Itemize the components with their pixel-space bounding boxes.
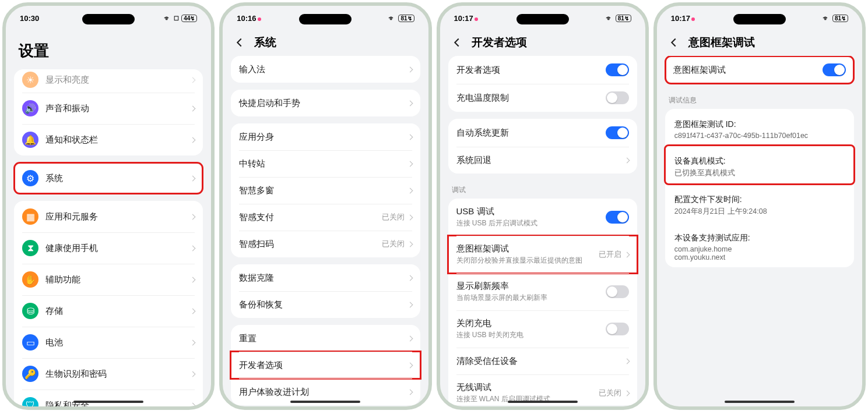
toggle[interactable]: [606, 211, 629, 224]
row-smart-scan[interactable]: 智感扫码已关闭: [231, 231, 420, 257]
row-sound[interactable]: 🔊 声音和振动: [14, 93, 203, 124]
chevron-right-icon: [407, 66, 413, 72]
toggle[interactable]: [823, 63, 846, 76]
chevron-right-icon: [190, 77, 196, 83]
system-list: 输入法 快捷启动和手势 应用分身 中转站 智慧多窗 智感支付已关闭 智感扫码已关…: [223, 56, 428, 410]
back-button[interactable]: [233, 36, 246, 49]
chevron-right-icon: [624, 252, 630, 257]
info-device-mode: 设备真机模式: 已切换至真机模式: [665, 146, 854, 184]
page-title: 设置: [6, 24, 211, 69]
battery-pct: 81↯: [616, 15, 631, 22]
row-intent-debug[interactable]: 意图框架调试 关闭部分校验并直接显示最近提供的意图 已开启: [448, 236, 637, 273]
group-smart: 应用分身 中转站 智慧多窗 智感支付已关闭 智感扫码已关闭: [231, 123, 420, 257]
recording-dot-icon: [691, 17, 695, 21]
row-backup[interactable]: 备份和恢复: [231, 291, 420, 318]
chevron-right-icon: [190, 245, 196, 251]
info-config-time: 配置文件下发时间: 2024年8月21日 上午9:24:08: [665, 184, 854, 222]
group-update: 自动系统更新 系统回退: [448, 119, 637, 174]
toggle[interactable]: [606, 323, 629, 335]
gesture-bar: [73, 401, 143, 403]
chevron-right-icon: [190, 339, 196, 345]
recording-dot-icon: [258, 17, 261, 21]
battery-icon: ▭: [22, 334, 38, 351]
gesture-bar: [508, 401, 578, 403]
sun-icon: ☀: [22, 72, 38, 88]
status-right: ᯤ 81↯: [388, 14, 414, 23]
statusbar: 10:16 ᯤ 81↯: [223, 6, 428, 24]
battery-icon: ☐: [174, 15, 179, 22]
status-time: 10:16: [237, 14, 261, 23]
gesture-bar: [290, 401, 360, 403]
phone-settings: 10:30 ᯤ ☐ 44↯ 设置 ☀ 显示和亮度 🔊 声音和振动 🔔 通知和状态…: [2, 2, 215, 410]
chevron-right-icon: [624, 358, 630, 364]
intent-toggle-card: 意图框架调试: [665, 56, 854, 84]
info-supported-apps-value: com.anjuke.home com.youku.next: [674, 245, 845, 261]
row-intent-debug-toggle[interactable]: 意图框架调试: [665, 56, 854, 84]
row-disable-charge[interactable]: 关闭充电 连接 USB 时关闭充电: [448, 310, 637, 348]
row-privacy[interactable]: 🛡 隐私和安全: [14, 390, 203, 410]
section-debug: 调试: [448, 181, 637, 199]
chevron-right-icon: [624, 390, 630, 396]
row-clear-trusted[interactable]: 清除受信任设备: [448, 348, 637, 374]
speaker-icon: 🔊: [22, 100, 38, 116]
row-smart-pay[interactable]: 智感支付已关闭: [231, 204, 420, 231]
row-biometrics[interactable]: 🔑 生物识别和密码: [14, 358, 203, 390]
row-system-card: ⚙ 系统: [14, 162, 203, 194]
statusbar: 10:30 ᯤ ☐ 44↯: [6, 6, 211, 24]
back-button[interactable]: [667, 36, 680, 49]
row-refresh-rate[interactable]: 显示刷新频率 当前场景显示屏的最大刷新率: [448, 273, 637, 310]
recording-dot-icon: [475, 17, 478, 21]
row-reset[interactable]: 重置: [231, 325, 420, 352]
row-auto-update[interactable]: 自动系统更新: [448, 119, 637, 147]
chevron-right-icon: [407, 100, 413, 106]
row-app-twin[interactable]: 应用分身: [231, 123, 420, 150]
settings-list: ☀ 显示和亮度 🔊 声音和振动 🔔 通知和状态栏 ⚙ 系统: [6, 69, 211, 410]
row-display-brightness[interactable]: ☀ 显示和亮度: [14, 69, 203, 93]
key-icon: 🔑: [22, 366, 38, 382]
row-developer-options[interactable]: 开发者选项: [231, 352, 420, 378]
row-clone[interactable]: 数据克隆: [231, 264, 420, 291]
chevron-right-icon: [407, 335, 413, 341]
toggle[interactable]: [606, 285, 629, 298]
phone-intent-debug: 10:17 ᯤ 81↯ 意图框架调试 意图框架调试 调试信息 意图框架测试 ID…: [653, 2, 866, 410]
row-multiwindow[interactable]: 智慧多窗: [231, 177, 420, 204]
nav-header: 系统: [223, 24, 428, 56]
row-digital-health[interactable]: ⧗ 健康使用手机: [14, 232, 203, 264]
row-rollback[interactable]: 系统回退: [448, 147, 637, 174]
row-transit[interactable]: 中转站: [231, 150, 420, 177]
gesture-bar: [725, 401, 795, 403]
back-button[interactable]: [451, 36, 463, 49]
chevron-right-icon: [407, 302, 413, 307]
row-apps-services[interactable]: ▦ 应用和元服务: [14, 201, 203, 232]
status-right: ᯤ ☐ 44↯: [164, 14, 197, 23]
wifi-icon: ᯤ: [823, 14, 830, 23]
row-battery[interactable]: ▭ 电池: [14, 327, 203, 358]
nav-header: 意图框架调试: [657, 24, 862, 56]
chevron-right-icon: [190, 371, 196, 377]
chevron-right-icon: [407, 214, 413, 220]
section-debug-info: 调试信息: [665, 91, 854, 109]
row-developer-options-toggle[interactable]: 开发者选项: [448, 56, 637, 84]
hourglass-icon: ⧗: [22, 240, 38, 256]
chevron-right-icon: [624, 157, 630, 163]
row-storage[interactable]: ⛁ 存储: [14, 295, 203, 327]
group-misc: ▦ 应用和元服务 ⧗ 健康使用手机 ✋ 辅助功能 ⛁ 存储 ▭ 电池: [14, 201, 203, 410]
group-display: ☀ 显示和亮度 🔊 声音和振动 🔔 通知和状态栏: [14, 69, 203, 155]
row-shortcuts[interactable]: 快捷启动和手势: [231, 90, 420, 116]
nav-header: 开发者选项: [440, 24, 645, 56]
disk-icon: ⛁: [22, 303, 38, 319]
chevron-right-icon: [407, 362, 413, 368]
row-notifications[interactable]: 🔔 通知和状态栏: [14, 124, 203, 155]
row-accessibility[interactable]: ✋ 辅助功能: [14, 264, 203, 295]
row-usb-debug[interactable]: USB 调试 连接 USB 后开启调试模式: [448, 199, 637, 236]
chevron-right-icon: [190, 277, 196, 282]
toggle[interactable]: [606, 91, 629, 104]
toggle[interactable]: [606, 126, 629, 139]
row-system[interactable]: ⚙ 系统: [14, 162, 203, 194]
row-charge-temp[interactable]: 充电温度限制: [448, 84, 637, 112]
row-ime[interactable]: 输入法: [231, 56, 420, 83]
chevron-right-icon: [190, 308, 196, 314]
wifi-icon: ᯤ: [164, 14, 171, 23]
toggle[interactable]: [606, 63, 629, 76]
info-supported-apps: 本设备支持测试应用: com.anjuke.home com.youku.nex…: [665, 222, 854, 267]
